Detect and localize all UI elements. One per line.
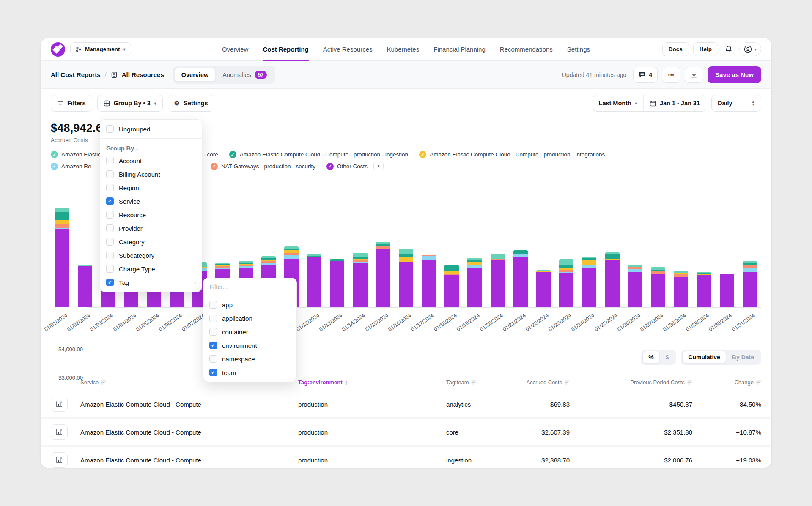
tag-option-application[interactable]: application (203, 312, 296, 325)
checkbox-unchecked[interactable] (106, 224, 114, 232)
tag-filter-input[interactable] (203, 278, 296, 295)
chart-bar[interactable] (376, 242, 390, 307)
checkbox-unchecked[interactable] (106, 211, 114, 219)
menu-item-provider[interactable]: Provider (100, 222, 202, 235)
column-header-change[interactable]: Change (692, 379, 761, 386)
date-range-button[interactable]: Jan 1 - Jan 31 (643, 95, 706, 111)
percent-toggle[interactable]: % (642, 351, 659, 364)
checkbox-unchecked[interactable] (209, 315, 217, 322)
legend-item[interactable]: ✓NAT Gateways - production - security (211, 163, 315, 170)
chart-bar[interactable] (399, 249, 413, 307)
cumulative-toggle[interactable]: Cumulative (682, 351, 726, 364)
chart-bar[interactable] (353, 253, 368, 307)
checkbox-unchecked[interactable] (106, 265, 114, 273)
menu-item-resource[interactable]: Resource (100, 208, 202, 222)
chart-bar[interactable] (674, 271, 688, 307)
breadcrumb-report[interactable]: All Cost Reports (51, 71, 101, 78)
chart-bar[interactable] (743, 261, 757, 307)
menu-item-account[interactable]: Account (100, 154, 202, 167)
menu-item-charge-type[interactable]: Charge Type (100, 262, 202, 276)
tag-option-team[interactable]: ✓team (203, 366, 296, 379)
checkbox-checked[interactable]: ✓ (209, 369, 217, 376)
checkbox-unchecked[interactable] (106, 184, 114, 191)
menu-item-category[interactable]: Category (100, 235, 202, 249)
checkbox-checked[interactable]: ✓ (106, 197, 114, 205)
tag-option-app[interactable]: app (203, 298, 296, 312)
chart-bar[interactable] (651, 267, 665, 307)
chart-bar[interactable] (55, 208, 69, 307)
notifications-bell-icon[interactable] (722, 42, 735, 57)
column-header-accrued-costs[interactable]: Accrued Costs (514, 379, 570, 386)
tag-option-environment[interactable]: ✓environment (203, 339, 296, 352)
checkbox-unchecked[interactable] (106, 157, 114, 164)
breadcrumb-resource[interactable]: All Resources (122, 71, 164, 78)
group-by-button[interactable]: Group By • 3 ▾ (97, 95, 163, 112)
chart-bar[interactable] (330, 259, 344, 307)
filters-button[interactable]: Filters (51, 95, 92, 112)
add-to-report-button[interactable] (51, 452, 68, 468)
chart-bar[interactable] (78, 265, 92, 307)
user-menu[interactable]: ▾ (739, 42, 761, 56)
menu-item-subcategory[interactable]: Subcategory (100, 249, 202, 262)
column-header-previous-period-costs[interactable]: Previous Period Costs (570, 379, 692, 386)
granularity-select[interactable]: Daily ▲▼ (711, 95, 761, 112)
dollar-toggle[interactable]: $ (660, 351, 675, 364)
by-date-toggle[interactable]: By Date (726, 351, 760, 364)
menu-item-billing-account[interactable]: Billing Account (100, 167, 202, 181)
checkbox-unchecked[interactable] (106, 238, 114, 246)
tab-overview[interactable]: Overview (174, 68, 216, 82)
checkbox-unchecked[interactable] (209, 301, 217, 309)
range-preset-button[interactable]: Last Month ▾ (593, 95, 643, 111)
chart-bar[interactable] (697, 272, 711, 307)
chart-bar[interactable] (491, 254, 505, 307)
nav-item-cost-reporting[interactable]: Cost Reporting (263, 38, 308, 61)
menu-item-service[interactable]: ✓Service (100, 194, 202, 208)
chart-bar[interactable] (559, 259, 573, 307)
help-button[interactable]: Help (693, 42, 718, 56)
tag-option-namespace[interactable]: namespace (203, 352, 296, 366)
chart-bar[interactable] (536, 270, 551, 307)
chart-bar[interactable] (582, 257, 596, 307)
legend-expand-button[interactable]: ▼ (373, 162, 384, 170)
checkbox-unchecked[interactable] (106, 170, 114, 178)
docs-button[interactable]: Docs (662, 42, 689, 56)
legend-item[interactable]: ✓Other Costs▼ (326, 162, 384, 170)
chart-bar[interactable] (444, 265, 459, 307)
checkbox-checked[interactable]: ✓ (106, 279, 114, 286)
add-to-report-button[interactable] (51, 397, 68, 412)
checkbox-checked[interactable]: ✓ (209, 342, 217, 349)
checkbox-unchecked[interactable] (209, 328, 217, 336)
menu-item-tag[interactable]: ✓Tag› (100, 276, 202, 289)
chart-bar[interactable] (307, 254, 321, 307)
column-header-tag-environment[interactable]: Tag:environment↑ (298, 379, 446, 386)
legend-item[interactable]: ✓Amazon Elastic Compute Cloud - Compute … (229, 151, 408, 158)
nav-item-settings[interactable]: Settings (567, 38, 590, 61)
checkbox-unchecked[interactable] (106, 125, 114, 133)
add-to-report-button[interactable] (51, 424, 68, 440)
legend-item[interactable]: ✓Amazon Elastic Compute Cloud - Compute … (419, 151, 605, 158)
chart-bar[interactable] (628, 265, 642, 307)
workspace-switcher[interactable]: Management ▾ (70, 42, 131, 56)
menu-item-region[interactable]: Region (100, 181, 202, 194)
checkbox-unchecked[interactable] (209, 355, 217, 363)
nav-item-active-resources[interactable]: Active Resources (323, 38, 373, 61)
chart-bar[interactable] (422, 255, 436, 307)
checkbox-unchecked[interactable] (106, 252, 114, 259)
menu-item-ungrouped[interactable]: Ungrouped (100, 122, 202, 136)
nav-item-recommendations[interactable]: Recommendations (500, 38, 553, 61)
brand-logo[interactable] (51, 42, 65, 57)
chart-settings-button[interactable]: ⚙ Settings (168, 95, 214, 112)
nav-item-financial-planning[interactable]: Financial Planning (433, 38, 486, 61)
column-header-tag-team[interactable]: Tag:team (446, 379, 514, 386)
more-actions-button[interactable]: ••• (662, 67, 680, 83)
comments-button[interactable]: 4 (633, 67, 658, 83)
download-button[interactable] (685, 67, 703, 83)
chart-bar[interactable] (513, 250, 528, 307)
nav-item-kubernetes[interactable]: Kubernetes (387, 38, 419, 61)
chart-bar[interactable] (467, 258, 482, 307)
tab-anomalies[interactable]: Anomalies 57 (216, 68, 274, 82)
chart-bar[interactable] (720, 274, 734, 307)
chart-bar[interactable] (605, 252, 620, 307)
nav-item-overview[interactable]: Overview (222, 38, 249, 61)
save-as-new-button[interactable]: Save as New (708, 66, 761, 83)
